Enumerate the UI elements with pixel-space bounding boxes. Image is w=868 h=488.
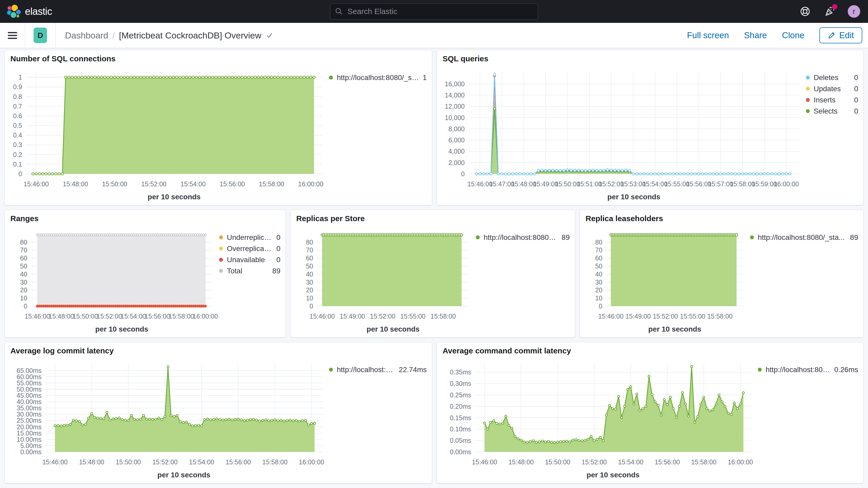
menu-button[interactable] [8,30,17,40]
panel-sql-connections: Number of SQL connections00.10.20.30.40.… [4,50,432,205]
legend-series-dot [219,247,223,250]
elastic-logo-icon [7,4,21,19]
svg-text:20: 20 [306,286,313,294]
svg-text:15:52:00: 15:52:00 [370,313,395,320]
legend-item[interactable]: Total89 [219,265,280,276]
sql-queries-chart[interactable]: 02,0004,0006,0008,00010,00012,00014,0001… [438,64,806,203]
svg-text:15:47:00: 15:47:00 [489,180,514,188]
svg-text:15:50:00: 15:50:00 [102,180,127,188]
svg-text:15:53:00: 15:53:00 [621,180,646,188]
panel-ranges: Ranges0102030405060708015:46:0015:48:001… [4,210,286,338]
svg-text:0: 0 [19,170,22,178]
edit-button[interactable]: Edit [819,27,862,43]
breadcrumb-dashboard-link[interactable]: Dashboard [65,30,108,40]
legend-item[interactable]: Deletes0 [806,72,858,83]
sql-connections-chart[interactable]: 00.10.20.30.40.50.60.70.80.9115:46:0015:… [6,64,329,203]
avg-log-commit-latency-chart[interactable]: 0.00ms5.00ms10.00ms15.00ms20.00ms25.00ms… [6,356,329,481]
svg-text:30.00ms: 30.00ms [17,410,41,418]
svg-text:16:00:00: 16:00:00 [193,313,218,320]
chart-legend: http://localhost:8080/_stat...1 [329,64,430,203]
legend-item[interactable]: Inserts0 [806,94,858,105]
svg-text:15:55:00: 15:55:00 [400,313,426,320]
user-menu-button[interactable]: r [848,5,860,18]
legend-item[interactable]: Overreplicated0 [219,243,280,254]
chart-legend: Underreplicated0Overreplicated0Unavailab… [219,224,284,335]
svg-text:20: 20 [20,286,27,294]
panel-title: Ranges [5,210,286,224]
help-button[interactable] [799,5,811,18]
svg-text:per 10 seconds: per 10 seconds [648,325,702,333]
replicas-per-store-chart[interactable]: 0102030405060708015:46:0015:49:0015:52:0… [292,224,476,335]
news-feed-button[interactable] [823,5,836,18]
svg-text:15:57:00: 15:57:00 [708,180,733,188]
elastic-home-link[interactable]: elastic [7,4,52,19]
svg-text:per 10 seconds: per 10 seconds [148,193,200,201]
panel-title: SQL queries [437,50,863,64]
chart-legend: http://localhost:8080/_sta...89 [476,224,573,335]
svg-text:15:52:00: 15:52:00 [653,313,678,320]
panel-title: Replica leaseholders [580,210,863,224]
avg-command-commit-latency-chart[interactable]: 0.00ms0.05ms0.10ms0.15ms0.20ms0.25ms0.30… [438,356,758,481]
legend-item[interactable]: http://localhost:8080/_sta...89 [750,232,858,243]
svg-text:0.15ms: 0.15ms [450,414,471,422]
svg-text:15:58:00: 15:58:00 [730,180,755,188]
legend-item[interactable]: http://localhost:8080/_sta...89 [476,232,570,243]
svg-text:0.3: 0.3 [13,141,22,148]
svg-text:10.00ms: 10.00ms [17,436,41,443]
svg-text:50: 50 [20,263,27,270]
svg-text:15:56:00: 15:56:00 [686,180,711,188]
top-app-bar: elastic [0,0,868,23]
legend-item[interactable]: http://localhost:808...22.74ms [329,364,427,375]
panel-replicas-per-store: Replicas per Store0102030405060708015:46… [290,210,575,338]
svg-text:65.00ms: 65.00ms [17,367,41,374]
legend-series-value: 0 [273,245,280,253]
svg-text:15:56:00: 15:56:00 [655,458,680,466]
svg-text:0.35ms: 0.35ms [450,368,471,376]
legend-series-dot [476,236,480,239]
legend-series-value: 1 [419,73,427,82]
svg-text:0.9: 0.9 [13,83,22,90]
space-switcher-button[interactable]: D [33,28,47,43]
legend-item[interactable]: http://localhost:8080/_stat...1 [329,72,427,83]
legend-series-label: Deletes [814,73,838,82]
svg-text:15:48:00: 15:48:00 [511,180,536,188]
panel-title: Replicas per Store [290,210,575,224]
search-input[interactable] [330,3,538,20]
svg-text:15:52:00: 15:52:00 [598,180,624,188]
legend-series-value: 89 [846,233,858,242]
legend-item[interactable]: Unavailable0 [219,254,280,265]
svg-text:16:00:00: 16:00:00 [774,180,799,188]
legend-item[interactable]: Underreplicated0 [219,232,280,243]
svg-text:15:58:00: 15:58:00 [262,458,287,466]
svg-text:0: 0 [599,302,602,310]
full-screen-button[interactable]: Full screen [687,30,729,40]
legend-series-value: 89 [269,267,280,275]
legend-item[interactable]: http://localhost:8080...0.26ms [758,364,858,375]
svg-text:15:49:00: 15:49:00 [340,313,365,320]
ranges-chart[interactable]: 0102030405060708015:46:0015:48:0015:50:0… [6,224,219,335]
svg-text:0.10ms: 0.10ms [450,425,471,433]
legend-item[interactable]: Updates0 [806,83,858,94]
legend-series-dot [758,368,762,372]
legend-series-value: 22.74ms [395,366,427,374]
share-button[interactable]: Share [744,30,767,40]
svg-text:15:54:00: 15:54:00 [121,313,146,320]
svg-text:10: 10 [20,295,27,302]
svg-text:20: 20 [595,286,602,294]
legend-series-label: Updates [814,85,841,93]
svg-text:15:54:00: 15:54:00 [189,458,214,466]
svg-text:0: 0 [310,302,313,310]
svg-text:16,000: 16,000 [445,80,465,88]
svg-text:15:48:00: 15:48:00 [508,458,533,466]
svg-text:40.00ms: 40.00ms [17,398,41,405]
svg-text:15:50:00: 15:50:00 [555,180,580,188]
legend-series-dot [219,258,223,262]
replica-leaseholders-chart[interactable]: 0102030405060708015:46:0015:49:0015:52:0… [581,224,750,335]
clone-button[interactable]: Clone [782,30,804,40]
svg-text:60: 60 [595,254,602,262]
svg-text:70: 70 [595,246,602,254]
chart-legend: http://localhost:8080...0.26ms [758,356,862,481]
svg-text:15:48:00: 15:48:00 [63,180,88,188]
svg-text:15:52:00: 15:52:00 [152,458,178,466]
legend-item[interactable]: Selects0 [806,105,858,117]
